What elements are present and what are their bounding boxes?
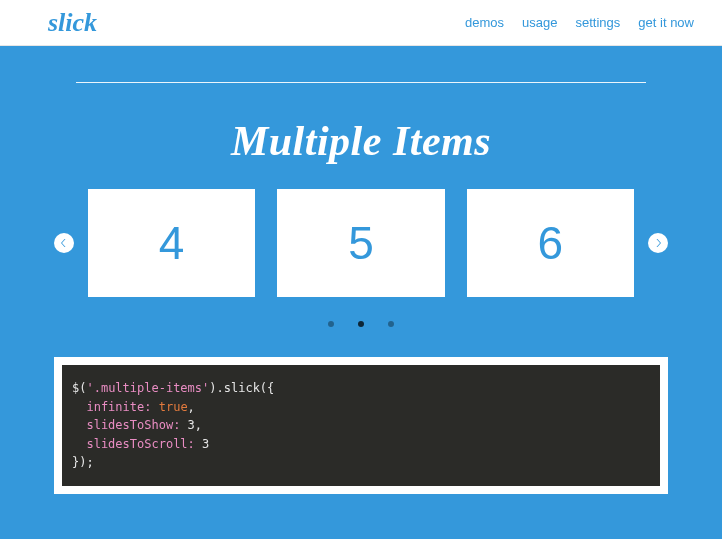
code-number: 3 [180, 418, 194, 432]
code-bool: true [151, 400, 187, 414]
code-selector: '.multiple-items' [86, 381, 209, 395]
carousel: 4 5 6 [46, 189, 676, 297]
slide-item[interactable]: 4 [88, 189, 255, 297]
nav-usage[interactable]: usage [522, 15, 557, 30]
brand-logo[interactable]: slick [48, 8, 97, 38]
code-text: , [188, 400, 195, 414]
chevron-right-icon [653, 238, 663, 248]
nav-settings[interactable]: settings [576, 15, 621, 30]
chevron-left-icon [59, 238, 69, 248]
carousel-dot[interactable] [388, 321, 394, 327]
main-nav: demos usage settings get it now [465, 15, 694, 30]
code-text: $( [72, 381, 86, 395]
section-title: Multiple Items [46, 117, 676, 165]
slide-item[interactable]: 6 [467, 189, 634, 297]
code-key: slidesToShow: [72, 418, 180, 432]
next-arrow-button[interactable] [648, 233, 668, 253]
page-body: Multiple Items 4 5 6 $('.multiple-items'… [0, 82, 722, 494]
divider [76, 82, 646, 83]
carousel-dot[interactable] [358, 321, 364, 327]
slides-track: 4 5 6 [88, 189, 634, 297]
carousel-dots [46, 321, 676, 327]
nav-get-it-now[interactable]: get it now [638, 15, 694, 30]
topbar: slick demos usage settings get it now [0, 0, 722, 46]
code-key: slidesToScroll: [72, 437, 195, 451]
code-text: , [195, 418, 202, 432]
nav-demos[interactable]: demos [465, 15, 504, 30]
code-number: 3 [195, 437, 209, 451]
carousel-dot[interactable] [328, 321, 334, 327]
prev-arrow-button[interactable] [54, 233, 74, 253]
code-example-frame: $('.multiple-items').slick({ infinite: t… [54, 357, 668, 494]
code-text: }); [72, 455, 94, 469]
code-text: ).slick({ [209, 381, 274, 395]
code-key: infinite: [72, 400, 151, 414]
code-example: $('.multiple-items').slick({ infinite: t… [62, 365, 660, 486]
slide-item[interactable]: 5 [277, 189, 444, 297]
